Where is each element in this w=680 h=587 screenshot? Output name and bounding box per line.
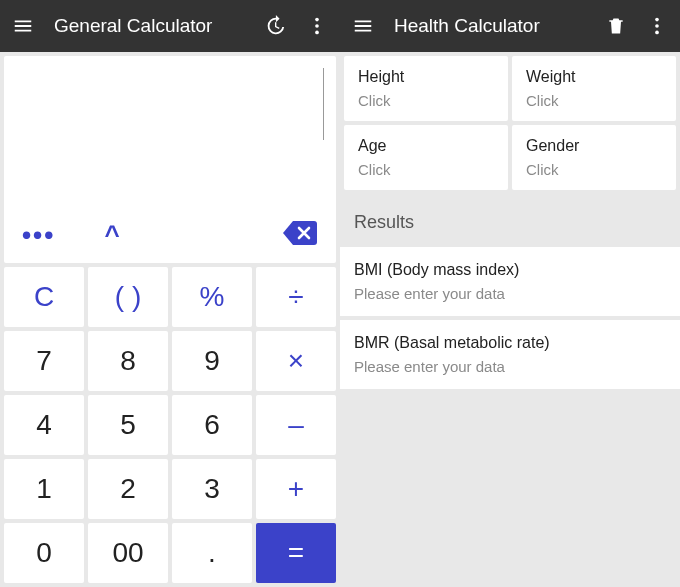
general-calculator-pane: General Calculator ••• ^ C( )%÷789×456–1… <box>0 0 340 587</box>
key-00[interactable]: 00 <box>88 523 168 583</box>
appbar-right: Health Calculator <box>340 0 680 52</box>
field-label: Age <box>358 137 494 155</box>
field-placeholder: Click <box>526 92 662 109</box>
results-header: Results <box>340 194 680 247</box>
calculator-display[interactable]: ••• ^ <box>4 56 336 263</box>
key-equals[interactable]: = <box>256 523 336 583</box>
result-label: BMI (Body mass index) <box>354 261 666 279</box>
more-button[interactable]: ••• <box>22 220 82 251</box>
svg-point-5 <box>655 31 659 35</box>
display-toolrow: ••• ^ <box>4 209 336 263</box>
input-fields: HeightClickWeightClickAgeClickGenderClic… <box>340 52 680 194</box>
field-gender[interactable]: GenderClick <box>512 125 676 190</box>
key-2[interactable]: 2 <box>88 459 168 519</box>
result-value: Please enter your data <box>354 358 666 375</box>
key-minus[interactable]: – <box>256 395 336 455</box>
key-8[interactable]: 8 <box>88 331 168 391</box>
result-bmi: BMI (Body mass index)Please enter your d… <box>340 247 680 316</box>
backspace-icon[interactable] <box>282 219 318 251</box>
delete-icon[interactable] <box>606 16 626 36</box>
field-height[interactable]: HeightClick <box>344 56 508 121</box>
overflow-icon[interactable] <box>306 15 328 37</box>
keypad: C( )%÷789×456–123+000.= <box>0 267 340 587</box>
caret-button[interactable]: ^ <box>82 220 142 251</box>
key-multiply[interactable]: × <box>256 331 336 391</box>
field-label: Gender <box>526 137 662 155</box>
field-label: Weight <box>526 68 662 86</box>
key-plus[interactable]: + <box>256 459 336 519</box>
svg-point-4 <box>655 24 659 28</box>
health-calculator-pane: Health Calculator HeightClickWeightClick… <box>340 0 680 587</box>
appbar-left: General Calculator <box>0 0 340 52</box>
key-4[interactable]: 4 <box>4 395 84 455</box>
key-7[interactable]: 7 <box>4 331 84 391</box>
field-label: Height <box>358 68 494 86</box>
svg-point-2 <box>315 31 319 35</box>
key-decimal[interactable]: . <box>172 523 252 583</box>
svg-point-1 <box>315 24 319 28</box>
key-percent[interactable]: % <box>172 267 252 327</box>
key-1[interactable]: 1 <box>4 459 84 519</box>
key-9[interactable]: 9 <box>172 331 252 391</box>
field-placeholder: Click <box>526 161 662 178</box>
field-weight[interactable]: WeightClick <box>512 56 676 121</box>
result-value: Please enter your data <box>354 285 666 302</box>
result-label: BMR (Basal metabolic rate) <box>354 334 666 352</box>
key-parens[interactable]: ( ) <box>88 267 168 327</box>
appbar-title-left: General Calculator <box>54 15 244 37</box>
overflow-icon[interactable] <box>646 15 668 37</box>
field-placeholder: Click <box>358 161 494 178</box>
field-age[interactable]: AgeClick <box>344 125 508 190</box>
key-0[interactable]: 0 <box>4 523 84 583</box>
key-divide[interactable]: ÷ <box>256 267 336 327</box>
key-6[interactable]: 6 <box>172 395 252 455</box>
field-placeholder: Click <box>358 92 494 109</box>
menu-icon[interactable] <box>352 15 374 37</box>
appbar-title-right: Health Calculator <box>394 15 586 37</box>
key-3[interactable]: 3 <box>172 459 252 519</box>
key-clear[interactable]: C <box>4 267 84 327</box>
result-bmr: BMR (Basal metabolic rate)Please enter y… <box>340 320 680 389</box>
results-list: BMI (Body mass index)Please enter your d… <box>340 247 680 393</box>
svg-point-0 <box>315 18 319 22</box>
history-icon[interactable] <box>264 15 286 37</box>
display-caret <box>323 68 324 140</box>
key-5[interactable]: 5 <box>88 395 168 455</box>
svg-point-3 <box>655 18 659 22</box>
menu-icon[interactable] <box>12 15 34 37</box>
